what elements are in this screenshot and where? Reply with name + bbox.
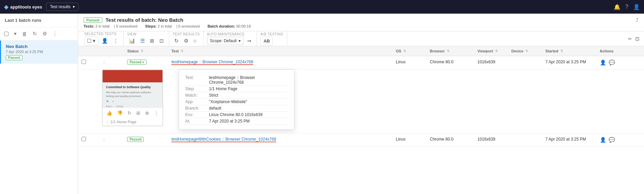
row2-star-button[interactable]: ☆ bbox=[102, 137, 106, 142]
view-inner: VIEW 📊 ☰ ⊞ ⊡ bbox=[127, 32, 166, 45]
batch-title-row: Passed Test results of batch: Neo Batch … bbox=[84, 17, 639, 23]
forward-btn[interactable]: ⇒ bbox=[245, 37, 253, 45]
grid-view-btn[interactable]: ⊞ bbox=[148, 37, 156, 45]
test-results-inner: TEST RESULTS ↻ ⚙ ⑂ bbox=[173, 32, 200, 45]
row1-user-action-btn[interactable]: 👤 bbox=[600, 60, 606, 66]
select-checkbox-btn[interactable]: ☐ ▾ bbox=[84, 36, 98, 45]
selected-tests-inner: SELECTED TESTS ☐ ▾ 👤 ⋮ bbox=[84, 32, 120, 45]
thumbnail-image: Committed to Software Quality We help ou… bbox=[103, 70, 162, 108]
tooltip-row-app: App: "Xceptance-Website" bbox=[185, 99, 288, 105]
device-sort-icon[interactable]: ⇅ bbox=[525, 49, 528, 53]
row2-status-text: Passed bbox=[129, 138, 141, 141]
tests-label: Tests: 2 in total | 0 unresolved bbox=[84, 24, 141, 28]
top-navigation: ◈ applitools eyes Test results ▾ 🔔 ? 👤 bbox=[0, 0, 644, 14]
notifications-icon[interactable]: 🔔 bbox=[614, 4, 621, 10]
row1-started-cell: 7 Apr 2020 at 3:25 PM bbox=[542, 56, 596, 69]
browser-sort-icon[interactable]: ⇅ bbox=[447, 49, 450, 53]
help-icon[interactable]: ? bbox=[625, 4, 628, 10]
th-os: OS ⇅ bbox=[393, 46, 427, 56]
thumb-star-icon[interactable]: ☆ bbox=[105, 119, 109, 124]
assign-user-btn[interactable]: 👤 bbox=[100, 37, 110, 45]
row1-checkbox[interactable] bbox=[82, 60, 86, 64]
row1-test-link[interactable]: testHomepage :: Browser Chrome_1024x768 bbox=[171, 60, 253, 65]
tooltip-row-env: Env: Linux Chrome 80.0 1016x639 bbox=[185, 112, 288, 118]
branch-results-btn[interactable]: ⑂ bbox=[192, 37, 198, 45]
row1-status-dropdown-icon[interactable]: ▾ bbox=[142, 61, 144, 64]
expand-panel-btn[interactable]: ⊡ bbox=[633, 35, 641, 43]
sidebar: Last 1 batch runs ▾ 🗑 ↻ ⚙ ⋮ Neo Batch 7 … bbox=[0, 14, 78, 194]
scope-select-wrapper[interactable]: Scope: Default ▾ bbox=[207, 37, 244, 45]
row2-user-action-btn[interactable]: 👤 bbox=[600, 137, 606, 143]
sidebar-dropdown-icon[interactable]: ▾ bbox=[13, 30, 18, 37]
sidebar-filter-button[interactable]: ⚙ bbox=[41, 30, 48, 37]
more-options-btn[interactable]: ⋮ bbox=[111, 37, 120, 45]
batch-item[interactable]: Neo Batch 7 Apr 2020 at 3:25 PM Passed bbox=[0, 41, 78, 64]
add-image-btn[interactable]: ⊞ bbox=[135, 110, 142, 116]
thumbnail-footer: ☆ 1/1 Home Page bbox=[103, 118, 162, 126]
bar-chart-view-btn[interactable]: 📊 bbox=[127, 37, 137, 45]
row1-status-badge[interactable]: Passed ▾ bbox=[127, 60, 146, 65]
user-account-icon[interactable]: 👤 bbox=[633, 4, 640, 10]
filter-results-btn[interactable]: ⚙ bbox=[182, 37, 190, 45]
row1-comment-action-btn[interactable]: 💬 bbox=[609, 60, 615, 66]
row2-status-cell: Passed bbox=[124, 133, 168, 147]
refresh-screenshot-btn[interactable]: ↻ bbox=[126, 110, 133, 116]
ab-testing-button[interactable]: AB bbox=[260, 37, 273, 45]
tooltip-row-test: Test: testHomepage :: Browser Chrome_102… bbox=[185, 75, 288, 86]
more-screenshot-btn[interactable]: ⋮ bbox=[153, 110, 160, 116]
results-table: Status ⇅ Test ⇅ OS ⇅ Browser ⇅ Viewport bbox=[78, 46, 644, 147]
tooltip-label-env: Env: bbox=[185, 112, 209, 118]
table-row-expanded: Committed to Software Quality We help ou… bbox=[78, 69, 644, 133]
tooltip-label-match: Match: bbox=[185, 92, 209, 99]
viewport-sort-icon[interactable]: ⇅ bbox=[495, 49, 498, 53]
th-device: Device ⇅ bbox=[508, 46, 542, 56]
tooltip-label-test: Test: bbox=[185, 75, 209, 86]
thumb-footer-text: 1/1 Home Page bbox=[110, 120, 136, 124]
zoom-in-btn[interactable]: ⊕ bbox=[144, 110, 151, 116]
share-button[interactable]: ⤴ bbox=[636, 17, 639, 23]
tooltip-value-test: testHomepage :: Browser Chrome_1024x768 bbox=[209, 75, 288, 86]
batch-status-badge: Passed bbox=[6, 55, 22, 60]
steps-label: Steps: 2 in total | 0 unresolved bbox=[145, 24, 203, 28]
row2-os-value: Linux bbox=[396, 137, 406, 142]
test-sort-icon[interactable]: ⇅ bbox=[181, 49, 184, 53]
tooltip-value-branch: default bbox=[209, 105, 288, 112]
row2-checkbox[interactable] bbox=[82, 137, 86, 141]
row2-test-link[interactable]: testHomepageWithCookies :: Browser Chrom… bbox=[171, 137, 276, 142]
row2-test-cell: testHomepageWithCookies :: Browser Chrom… bbox=[168, 133, 392, 147]
status-sort-icon[interactable]: ⇅ bbox=[141, 49, 143, 53]
sidebar-more-button[interactable]: ⋮ bbox=[51, 30, 59, 37]
main-layout: Last 1 batch runs ▾ 🗑 ↻ ⚙ ⋮ Neo Batch 7 … bbox=[0, 14, 644, 194]
auto-maintenance-label: AUTO MAINTENANCE bbox=[207, 32, 245, 36]
started-sort-icon[interactable]: ⇅ bbox=[560, 49, 563, 53]
test-results-icons: ↻ ⚙ ⑂ bbox=[173, 37, 198, 45]
tooltip-label-branch: Branch: bbox=[185, 105, 209, 112]
row2-actions-cell: 👤 💬 bbox=[596, 133, 630, 147]
th-browser: Browser ⇅ bbox=[427, 46, 474, 56]
edit-column-btn[interactable]: ✏ bbox=[628, 36, 632, 42]
os-sort-icon[interactable]: ⇅ bbox=[403, 49, 406, 53]
tooltip-row-step: Step: 1/1 Home Page bbox=[185, 86, 288, 92]
chevron-down-icon: ▾ bbox=[73, 4, 75, 9]
row1-started-value: 7 Apr 2020 at 3:25 PM bbox=[545, 60, 586, 64]
test-results-label: TEST RESULTS bbox=[173, 32, 200, 36]
row1-star-button[interactable]: ☆ bbox=[102, 60, 106, 65]
row2-status-badge[interactable]: Passed bbox=[127, 137, 144, 142]
thumbs-up-btn[interactable]: 👍 bbox=[105, 110, 114, 116]
row1-extra-cell bbox=[630, 56, 644, 69]
row1-expanded-cell: Committed to Software Quality We help ou… bbox=[78, 69, 644, 133]
sidebar-refresh-button[interactable]: ↻ bbox=[31, 30, 38, 37]
tooltip-value-step: 1/1 Home Page bbox=[209, 86, 288, 92]
sidebar-delete-button[interactable]: 🗑 bbox=[21, 30, 29, 37]
row2-checkbox-cell bbox=[78, 133, 99, 147]
sidebar-select-all-checkbox[interactable] bbox=[4, 32, 8, 36]
list-view-btn[interactable]: ☰ bbox=[139, 37, 146, 45]
view-mode-dropdown[interactable]: Test results ▾ bbox=[46, 3, 79, 11]
row2-comment-action-btn[interactable]: 💬 bbox=[609, 137, 615, 143]
toolbar-section-auto-maintenance: AUTO MAINTENANCE Scope: Default ▾ ⇒ bbox=[204, 31, 257, 46]
batch-meta: Tests: 2 in total | 0 unresolved Steps: … bbox=[84, 24, 639, 28]
row2-browser-cell: Chrome 80.0 bbox=[427, 133, 474, 147]
refresh-results-btn[interactable]: ↻ bbox=[173, 37, 180, 45]
thumbs-down-btn[interactable]: 👎 bbox=[116, 110, 124, 116]
layout-view-btn[interactable]: ⊡ bbox=[158, 37, 166, 45]
